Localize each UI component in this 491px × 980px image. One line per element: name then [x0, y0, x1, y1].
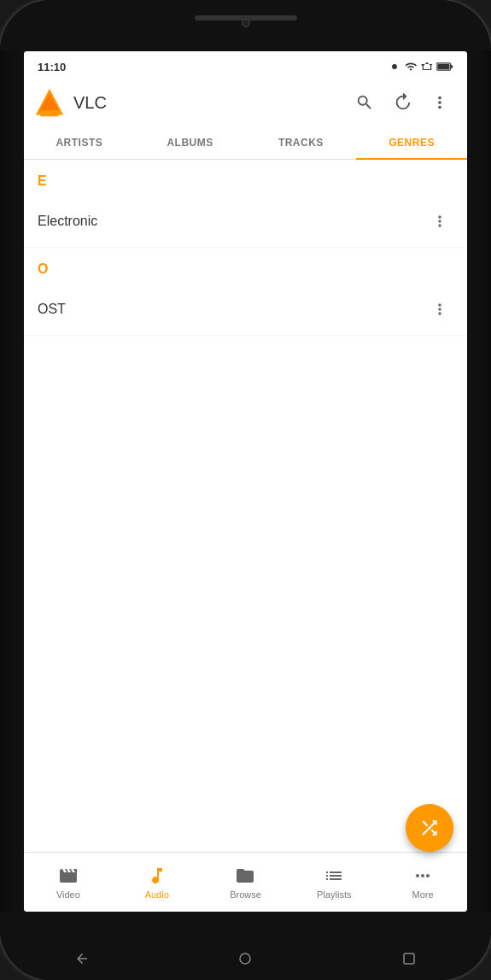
overflow-button[interactable] [423, 85, 457, 120]
bottom-nav: Video Audio Browse [24, 852, 467, 912]
genre-name-ost: OST [38, 302, 66, 317]
status-icons [389, 61, 453, 73]
nav-more[interactable]: More [378, 853, 467, 912]
status-time: 11:10 [38, 61, 66, 73]
tabs: ARTISTS ALBUMS TRACKS GENRES [24, 126, 467, 160]
battery-icon [436, 61, 453, 73]
vlc-logo [34, 87, 65, 118]
nav-browse[interactable]: Browse [202, 853, 290, 912]
status-bar: 11:10 [24, 51, 467, 79]
nav-playlists-label: Playlists [317, 889, 351, 900]
search-button[interactable] [348, 85, 382, 120]
history-button[interactable] [385, 85, 419, 120]
svg-rect-9 [404, 954, 414, 964]
svg-rect-2 [451, 65, 453, 67]
android-nav [0, 946, 491, 971]
top-bar: VLC [24, 79, 467, 126]
notification-icon [389, 61, 400, 73]
nav-more-label: More [412, 889, 434, 900]
phone-shell: 11:10 [0, 0, 491, 980]
list-item[interactable]: OST [24, 284, 467, 336]
shuffle-fab[interactable] [406, 804, 453, 852]
wifi-icon [404, 61, 418, 73]
home-button[interactable] [232, 946, 258, 971]
section-header-o: O [24, 248, 467, 284]
nav-video-label: Video [56, 889, 80, 900]
camera [242, 19, 250, 27]
list-item[interactable]: Electronic [24, 196, 467, 248]
tab-artists[interactable]: ARTISTS [24, 126, 135, 159]
nav-playlists[interactable]: Playlists [289, 853, 378, 912]
genre-more-electronic[interactable] [426, 208, 453, 235]
nav-audio[interactable]: Audio [113, 853, 202, 912]
svg-point-8 [240, 954, 250, 964]
genre-more-ost[interactable] [426, 296, 453, 323]
recents-button[interactable] [396, 946, 422, 971]
signal-icon [421, 61, 433, 73]
screen: 11:10 [24, 51, 467, 912]
genre-name-electronic: Electronic [38, 214, 97, 229]
app-title: VLC [73, 93, 348, 113]
svg-rect-3 [437, 64, 449, 69]
section-header-e: E [24, 160, 467, 196]
tab-albums[interactable]: ALBUMS [135, 126, 246, 159]
tab-tracks[interactable]: TRACKS [246, 126, 357, 159]
svg-rect-7 [40, 114, 59, 116]
tab-genres[interactable]: GENRES [356, 126, 467, 159]
nav-browse-label: Browse [230, 889, 261, 900]
svg-point-0 [392, 64, 397, 69]
back-button[interactable] [69, 946, 95, 971]
svg-rect-6 [44, 110, 56, 114]
genre-list: E Electronic O OST [24, 160, 467, 912]
nav-video[interactable]: Video [24, 853, 113, 912]
top-actions [348, 85, 457, 120]
nav-audio-label: Audio [145, 889, 169, 900]
